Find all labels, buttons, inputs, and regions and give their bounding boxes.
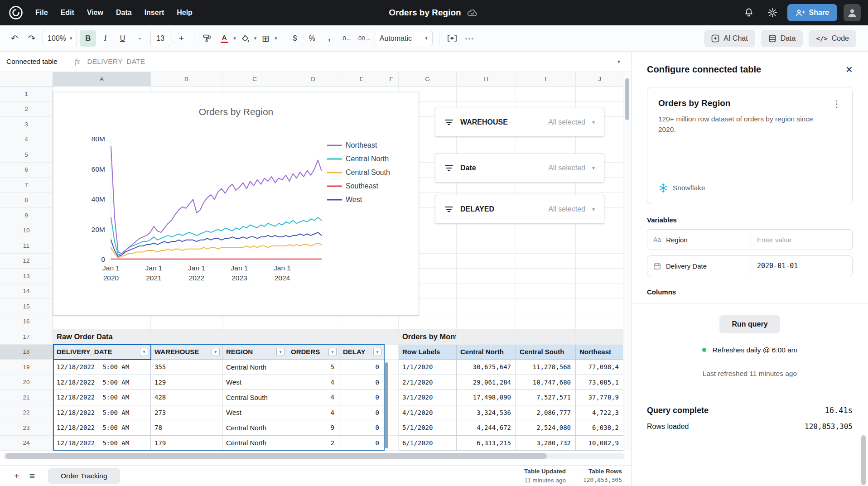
column-header-I[interactable]: I [516,72,576,87]
horizontal-scrollbar[interactable] [4,453,625,459]
cell-G24[interactable]: 6/1/2020 [399,436,457,451]
formula-bar-expand-icon[interactable]: ▾ [617,58,625,65]
cell-A22[interactable]: 12/18/2022 5:00 AM [53,405,151,421]
column-filter-button[interactable]: ▾ [140,348,148,356]
cell-J1[interactable] [576,87,624,102]
region-value-input[interactable] [757,236,846,244]
row-number-14[interactable]: 14 [0,284,53,299]
cell-I10[interactable] [516,223,576,239]
cell-I17[interactable] [516,329,576,345]
increase-decimal-icon[interactable]: .00→ [356,30,372,47]
row-number-5[interactable]: 5 [0,147,53,163]
chevron-down-icon[interactable]: ▾ [275,35,277,41]
row-number-15[interactable]: 15 [0,299,53,314]
cell-D17[interactable] [287,329,339,345]
ai-chat-button[interactable]: AI Chat [704,30,755,47]
cell-B21[interactable]: 428 [151,390,222,405]
cell-B20[interactable]: 129 [151,375,222,390]
column-filter-button[interactable]: ▾ [212,348,220,356]
bold-button[interactable]: B [80,30,96,47]
row-number-13[interactable]: 13 [0,269,53,284]
borders-icon[interactable]: ⊞ [257,30,274,47]
cell-H15[interactable] [457,299,516,314]
cell-I24[interactable]: 3,280,732 [516,436,576,451]
range-selector-icon[interactable] [444,30,460,47]
cell-G17[interactable]: Orders by Month [399,329,457,345]
row-number-12[interactable]: 12 [0,254,53,269]
row-number-10[interactable]: 10 [0,223,53,239]
kebab-menu-icon[interactable]: ⋮ [832,98,841,109]
cell-J13[interactable] [576,269,624,284]
row-number-20[interactable]: 20 [0,375,53,390]
underline-button[interactable]: U [114,30,130,47]
cell-H21[interactable]: 17,498,890 [457,390,516,405]
fill-color-icon[interactable] [237,30,253,47]
cell-B19[interactable]: 355 [151,360,222,375]
cell-G21[interactable]: 3/1/2020 [399,390,457,405]
run-query-button[interactable]: Run query [719,315,780,333]
cell-G18[interactable]: Row Labels [399,345,457,360]
column-header-G[interactable]: G [399,72,457,87]
filter-card-date[interactable]: DateAll selected▾ [435,154,604,183]
cell-H18[interactable]: Central North [457,345,516,360]
cell-E24[interactable]: 0 [339,436,384,451]
cell-B24[interactable]: 179 [151,436,222,451]
row-number-9[interactable]: 9 [0,208,53,223]
data-button[interactable]: Data [761,30,803,47]
cell-C24[interactable]: Central North [222,436,287,451]
decrease-font-size-button[interactable]: - [131,30,148,47]
cell-J11[interactable] [576,238,624,254]
cell-I20[interactable]: 10,747,680 [516,375,576,390]
row-number-2[interactable]: 2 [0,102,53,117]
column-header-F[interactable]: F [384,72,399,87]
cell-A17[interactable]: Raw Order Data [53,329,151,345]
cell-D19[interactable]: 5 [287,360,339,375]
number-format-dropdown[interactable]: Automatic ▾ [375,31,433,46]
cell-J17[interactable] [576,329,624,345]
delivery-date-value-input[interactable]: 2020-01-01 [751,255,853,276]
cell-H10[interactable] [457,223,516,239]
redo-icon[interactable]: ↷ [24,30,40,47]
cell-C17[interactable] [222,329,287,345]
column-filter-button[interactable]: ▾ [373,348,381,356]
column-header-J[interactable]: J [576,72,624,87]
close-icon[interactable]: × [846,63,853,75]
font-size-field[interactable]: 13 [150,31,170,46]
cell-I19[interactable]: 11,278,568 [516,360,576,375]
increase-font-size-button[interactable]: + [173,30,189,47]
row-number-16[interactable]: 16 [0,314,53,330]
app-logo-icon[interactable] [7,4,24,21]
cell-E23[interactable]: 0 [339,420,384,436]
column-filter-button[interactable]: ▾ [276,348,285,356]
cell-I1[interactable] [516,87,576,102]
row-number-17[interactable]: 17 [0,329,53,345]
cell-H1[interactable] [457,87,516,102]
cell-A18[interactable]: DELIVERY_DATE▾ [53,345,151,360]
currency-format-button[interactable]: $ [287,30,303,47]
row-number-6[interactable]: 6 [0,163,53,178]
cell-J16[interactable] [576,314,624,330]
cell-E22[interactable]: 0 [339,405,384,421]
cell-I22[interactable]: 2,086,777 [516,405,576,421]
cell-E19[interactable]: 0 [339,360,384,375]
cell-J18[interactable]: Northeast [576,345,624,360]
cell-J22[interactable]: 4,722,3 [576,405,624,421]
cell-J21[interactable]: 37,778,9 [576,390,624,405]
avatar[interactable] [844,4,861,21]
cell-H20[interactable]: 29,061,284 [457,375,516,390]
row-number-7[interactable]: 7 [0,178,53,193]
column-header-H[interactable]: H [457,72,516,87]
cell-E17[interactable] [339,329,384,345]
cell-B22[interactable]: 273 [151,405,222,421]
menu-insert[interactable]: Insert [138,9,171,17]
cell-E20[interactable]: 0 [339,375,384,390]
row-number-8[interactable]: 8 [0,193,53,208]
cell-J15[interactable] [576,299,624,314]
more-options-icon[interactable]: ⋯ [461,30,477,47]
filter-card-warehouse[interactable]: WAREHOUSEAll selected▾ [435,108,604,137]
cell-J20[interactable]: 73,085,1 [576,375,624,390]
menu-file[interactable]: File [29,9,54,17]
cell-J19[interactable]: 77,098,4 [576,360,624,375]
cell-A19[interactable]: 12/18/2022 5:00 AM [53,360,151,375]
menu-data[interactable]: Data [110,9,138,17]
